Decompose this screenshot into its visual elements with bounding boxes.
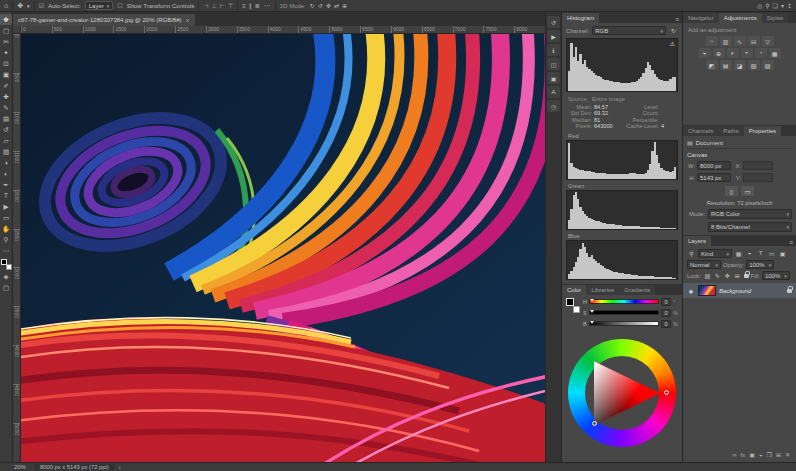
tool-path-selection[interactable]: ▶ xyxy=(0,201,12,212)
more-options-icon[interactable]: ⋯ xyxy=(264,1,271,11)
tool-edit-toolbar[interactable]: ⋯ xyxy=(0,245,12,256)
auto-select-checkbox[interactable]: ☑ xyxy=(39,2,44,9)
background-color-swatch[interactable] xyxy=(573,306,580,313)
delete-layer-icon[interactable]: ✕ xyxy=(785,451,790,458)
adj-selective-color-icon[interactable]: ▨ xyxy=(762,60,774,70)
tab-layers[interactable]: Layers xyxy=(683,236,711,246)
channel-dropdown[interactable]: RGB ▾ xyxy=(592,26,666,35)
tool-frame[interactable]: ▣ xyxy=(0,69,12,80)
layer-effects-icon[interactable]: fx xyxy=(741,452,746,458)
adj-channel-mixer-icon[interactable]: ◔ xyxy=(755,48,767,58)
saturation-value[interactable]: 0 xyxy=(661,309,671,317)
height-field[interactable]: 5143 px xyxy=(697,173,731,182)
adj-vibrance-icon[interactable]: ▽ xyxy=(762,36,774,46)
align-top-icon[interactable]: ⊤ xyxy=(228,2,233,9)
libraries-panel-icon[interactable]: ◫ xyxy=(547,58,560,70)
adj-levels-icon[interactable]: ▥ xyxy=(720,36,732,46)
tab-channels[interactable]: Channels xyxy=(683,126,718,136)
3d-slide-icon[interactable]: ⇄ xyxy=(334,2,339,9)
share-user-icon[interactable]: ◎ xyxy=(757,2,762,9)
tool-marquee[interactable]: ▢ xyxy=(0,25,12,36)
tab-paths[interactable]: Paths xyxy=(718,126,743,136)
align-center-h-icon[interactable]: ⊥ xyxy=(212,2,217,9)
filter-type-layers-icon[interactable]: T xyxy=(756,250,765,257)
tab-color[interactable]: Color xyxy=(562,285,586,295)
tool-preset-caret-icon[interactable]: ▾ xyxy=(27,1,30,11)
document-tab[interactable]: c67-78-gamer-and-creator-1280307384.jpg … xyxy=(13,14,195,26)
tool-clone-stamp[interactable]: ▤ xyxy=(0,113,12,124)
search-icon[interactable]: ⚲ xyxy=(765,2,769,9)
portrait-orientation-button[interactable]: ▯ xyxy=(725,186,738,196)
layer-visibility-icon[interactable]: ◉ xyxy=(687,288,695,294)
filter-adjustment-layers-icon[interactable]: ◒ xyxy=(745,250,754,257)
tool-hand[interactable]: ✋ xyxy=(0,223,12,234)
tab-adjustments[interactable]: Adjustments xyxy=(719,13,762,23)
vertical-ruler[interactable]: 0500100015002000250030003500400045005000 xyxy=(13,34,21,462)
brightness-value[interactable]: 0 xyxy=(661,320,671,328)
adj-exposure-icon[interactable]: ⊟ xyxy=(748,36,760,46)
uncached-refresh-icon[interactable]: ↻ xyxy=(669,27,678,34)
lock-artboard-icon[interactable]: ⊞ xyxy=(733,272,742,279)
panel-menu-icon[interactable]: ≡ xyxy=(672,16,682,23)
foreground-color-swatch[interactable] xyxy=(566,298,574,306)
3d-orbit-icon[interactable]: ↻ xyxy=(310,2,315,9)
adj-black-white-icon[interactable]: ◐ xyxy=(727,48,739,58)
home-icon[interactable]: ⌂ xyxy=(4,1,8,11)
filter-smart-objects-icon[interactable]: ▣ xyxy=(778,250,787,257)
adj-color-balance-icon[interactable]: ⊕ xyxy=(713,48,725,58)
tool-history-brush[interactable]: ↺ xyxy=(0,124,12,135)
tool-type[interactable]: T xyxy=(0,190,12,201)
adj-photo-filter-icon[interactable]: ◓ xyxy=(741,48,753,58)
tool-zoom[interactable]: ⚲ xyxy=(0,234,12,245)
move-tool-preset-icon[interactable]: ✥ xyxy=(17,1,23,11)
filter-type-icon[interactable]: ⚲ xyxy=(687,250,696,257)
tool-brush[interactable]: ✎ xyxy=(0,102,12,113)
new-adjustment-layer-icon[interactable]: ◒ xyxy=(759,452,763,458)
panel-menu-icon[interactable]: ≡ xyxy=(786,239,796,246)
layer-mask-icon[interactable]: ▣ xyxy=(749,451,755,458)
foreground-color-swatch[interactable] xyxy=(1,259,7,265)
lock-transparent-icon[interactable]: ▨ xyxy=(703,272,712,279)
3d-dolly-icon[interactable]: ⊕ xyxy=(342,2,347,9)
tool-move[interactable]: ✥ xyxy=(0,14,12,25)
tab-navigator[interactable]: Navigator xyxy=(683,13,719,23)
adj-posterize-icon[interactable]: ▤ xyxy=(720,60,732,70)
cached-data-warning-icon[interactable]: ⚠ xyxy=(670,40,675,47)
adj-color-lookup-icon[interactable]: ▦ xyxy=(769,48,781,58)
source-value[interactable]: Entire Image xyxy=(592,96,625,102)
adj-brightness-contrast-icon[interactable]: ☼ xyxy=(706,36,718,46)
distribute-spacing-icon[interactable]: ≣ xyxy=(255,2,260,9)
3d-roll-icon[interactable]: ↺ xyxy=(318,2,323,9)
tab-histogram[interactable]: Histogram xyxy=(562,13,599,23)
workspace-icon[interactable]: ❏ xyxy=(773,2,778,9)
tool-eraser[interactable]: ▱ xyxy=(0,135,12,146)
color-swatches[interactable] xyxy=(0,258,13,271)
new-group-icon[interactable]: ❒ xyxy=(767,451,772,458)
close-icon[interactable]: × xyxy=(186,17,190,24)
adj-gradient-map-icon[interactable]: ▧ xyxy=(748,60,760,70)
status-chevron-icon[interactable]: › xyxy=(119,464,121,470)
tool-eyedropper[interactable]: ✐ xyxy=(0,80,12,91)
tool-lasso[interactable]: ✄ xyxy=(0,36,12,47)
fill-field[interactable]: 100% ▾ xyxy=(762,271,790,280)
tool-crop[interactable]: ⊡ xyxy=(0,58,12,69)
distribute-horizontal-icon[interactable]: ∥ xyxy=(249,2,252,9)
bit-depth-dropdown[interactable]: 8 Bits/Channel ▾ xyxy=(708,222,792,232)
tool-blur[interactable]: ◑ xyxy=(0,157,12,168)
layer-filter-dropdown[interactable]: Kind ▾ xyxy=(698,249,732,258)
workspace-caret-icon[interactable]: ▾ xyxy=(781,2,784,9)
tab-gradients[interactable]: Gradients xyxy=(619,285,655,295)
layer-lock-icon[interactable] xyxy=(787,289,792,293)
distribute-vertical-icon[interactable]: ≡ xyxy=(242,3,246,9)
timeline-panel-icon[interactable]: ◷ xyxy=(547,100,560,112)
filter-pixel-layers-icon[interactable]: ▦ xyxy=(734,250,743,257)
tool-pen[interactable]: ✒ xyxy=(0,179,12,190)
share-icon[interactable]: ↥ xyxy=(787,2,792,9)
color-panel-swatches[interactable] xyxy=(566,298,580,313)
width-field[interactable]: 8000 px xyxy=(697,161,731,170)
clone-source-panel-icon[interactable]: ▣ xyxy=(547,72,560,84)
horizontal-ruler[interactable]: 0500100015002000250030003500400045005000… xyxy=(21,26,545,34)
hue-value[interactable]: 0 xyxy=(661,298,671,306)
tab-styles[interactable]: Styles xyxy=(762,13,788,23)
landscape-orientation-button[interactable]: ▭ xyxy=(741,186,754,196)
